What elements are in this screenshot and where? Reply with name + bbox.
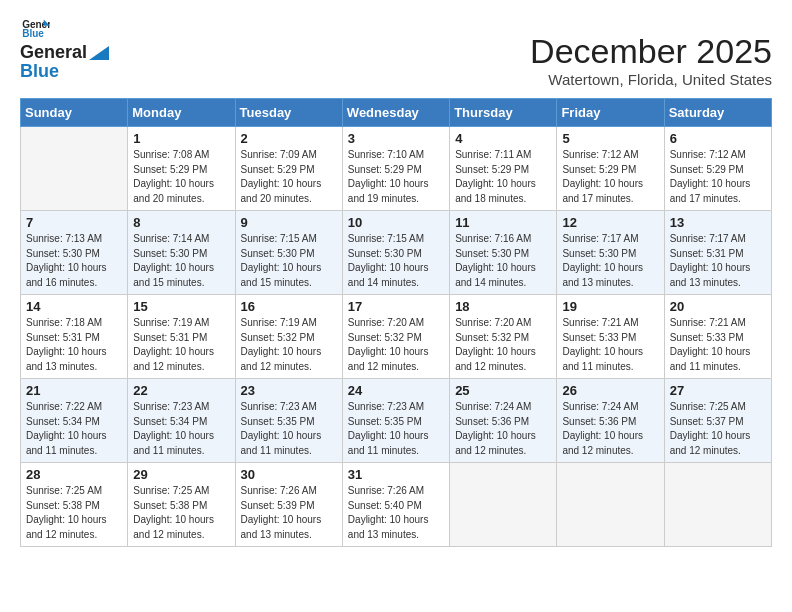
cell-week3-day2: 15Sunrise: 7:19 AM Sunset: 5:31 PM Dayli… — [128, 295, 235, 379]
day-info: Sunrise: 7:21 AM Sunset: 5:33 PM Dayligh… — [670, 316, 766, 374]
calendar-table: SundayMondayTuesdayWednesdayThursdayFrid… — [20, 98, 772, 547]
cell-week2-day2: 8Sunrise: 7:14 AM Sunset: 5:30 PM Daylig… — [128, 211, 235, 295]
day-info: Sunrise: 7:09 AM Sunset: 5:29 PM Dayligh… — [241, 148, 337, 206]
logo-general: General — [20, 42, 87, 63]
day-info: Sunrise: 7:17 AM Sunset: 5:31 PM Dayligh… — [670, 232, 766, 290]
col-header-sunday: Sunday — [21, 99, 128, 127]
day-info: Sunrise: 7:15 AM Sunset: 5:30 PM Dayligh… — [348, 232, 444, 290]
cell-week2-day7: 13Sunrise: 7:17 AM Sunset: 5:31 PM Dayli… — [664, 211, 771, 295]
day-info: Sunrise: 7:10 AM Sunset: 5:29 PM Dayligh… — [348, 148, 444, 206]
day-info: Sunrise: 7:20 AM Sunset: 5:32 PM Dayligh… — [348, 316, 444, 374]
day-info: Sunrise: 7:16 AM Sunset: 5:30 PM Dayligh… — [455, 232, 551, 290]
day-info: Sunrise: 7:18 AM Sunset: 5:31 PM Dayligh… — [26, 316, 122, 374]
day-number: 16 — [241, 299, 337, 314]
col-header-monday: Monday — [128, 99, 235, 127]
cell-week5-day4: 31Sunrise: 7:26 AM Sunset: 5:40 PM Dayli… — [342, 463, 449, 547]
week-row-3: 14Sunrise: 7:18 AM Sunset: 5:31 PM Dayli… — [21, 295, 772, 379]
day-number: 3 — [348, 131, 444, 146]
day-info: Sunrise: 7:24 AM Sunset: 5:36 PM Dayligh… — [455, 400, 551, 458]
day-info: Sunrise: 7:25 AM Sunset: 5:38 PM Dayligh… — [26, 484, 122, 542]
day-info: Sunrise: 7:12 AM Sunset: 5:29 PM Dayligh… — [562, 148, 658, 206]
day-number: 28 — [26, 467, 122, 482]
day-number: 17 — [348, 299, 444, 314]
cell-week4-day6: 26Sunrise: 7:24 AM Sunset: 5:36 PM Dayli… — [557, 379, 664, 463]
day-number: 1 — [133, 131, 229, 146]
header-right: December 2025 Watertown, Florida, United… — [109, 32, 772, 88]
col-header-wednesday: Wednesday — [342, 99, 449, 127]
month-title: December 2025 — [109, 32, 772, 71]
logo-area: General Blue General Blue — [20, 18, 109, 82]
cell-week3-day3: 16Sunrise: 7:19 AM Sunset: 5:32 PM Dayli… — [235, 295, 342, 379]
top-row: General Blue General Blue December 2025 … — [20, 18, 772, 88]
day-number: 8 — [133, 215, 229, 230]
cell-week2-day6: 12Sunrise: 7:17 AM Sunset: 5:30 PM Dayli… — [557, 211, 664, 295]
day-number: 13 — [670, 215, 766, 230]
cell-week3-day5: 18Sunrise: 7:20 AM Sunset: 5:32 PM Dayli… — [450, 295, 557, 379]
cell-week4-day2: 22Sunrise: 7:23 AM Sunset: 5:34 PM Dayli… — [128, 379, 235, 463]
day-info: Sunrise: 7:26 AM Sunset: 5:40 PM Dayligh… — [348, 484, 444, 542]
day-number: 31 — [348, 467, 444, 482]
cell-week3-day6: 19Sunrise: 7:21 AM Sunset: 5:33 PM Dayli… — [557, 295, 664, 379]
day-number: 22 — [133, 383, 229, 398]
cell-week4-day1: 21Sunrise: 7:22 AM Sunset: 5:34 PM Dayli… — [21, 379, 128, 463]
day-number: 23 — [241, 383, 337, 398]
svg-text:Blue: Blue — [22, 28, 44, 38]
cell-week1-day6: 5Sunrise: 7:12 AM Sunset: 5:29 PM Daylig… — [557, 127, 664, 211]
cell-week5-day6 — [557, 463, 664, 547]
day-number: 26 — [562, 383, 658, 398]
logo: General Blue General Blue — [20, 18, 109, 82]
week-row-5: 28Sunrise: 7:25 AM Sunset: 5:38 PM Dayli… — [21, 463, 772, 547]
day-number: 19 — [562, 299, 658, 314]
day-info: Sunrise: 7:23 AM Sunset: 5:34 PM Dayligh… — [133, 400, 229, 458]
logo-triangle-icon — [89, 46, 109, 60]
week-row-1: 1Sunrise: 7:08 AM Sunset: 5:29 PM Daylig… — [21, 127, 772, 211]
week-row-2: 7Sunrise: 7:13 AM Sunset: 5:30 PM Daylig… — [21, 211, 772, 295]
day-number: 10 — [348, 215, 444, 230]
cell-week1-day7: 6Sunrise: 7:12 AM Sunset: 5:29 PM Daylig… — [664, 127, 771, 211]
cell-week2-day3: 9Sunrise: 7:15 AM Sunset: 5:30 PM Daylig… — [235, 211, 342, 295]
day-number: 15 — [133, 299, 229, 314]
day-number: 11 — [455, 215, 551, 230]
day-info: Sunrise: 7:25 AM Sunset: 5:37 PM Dayligh… — [670, 400, 766, 458]
cell-week5-day7 — [664, 463, 771, 547]
cell-week2-day1: 7Sunrise: 7:13 AM Sunset: 5:30 PM Daylig… — [21, 211, 128, 295]
logo-icon: General Blue — [22, 18, 50, 38]
col-header-thursday: Thursday — [450, 99, 557, 127]
cell-week4-day7: 27Sunrise: 7:25 AM Sunset: 5:37 PM Dayli… — [664, 379, 771, 463]
cell-week1-day3: 2Sunrise: 7:09 AM Sunset: 5:29 PM Daylig… — [235, 127, 342, 211]
day-number: 6 — [670, 131, 766, 146]
col-header-friday: Friday — [557, 99, 664, 127]
day-number: 2 — [241, 131, 337, 146]
cell-week5-day5 — [450, 463, 557, 547]
day-info: Sunrise: 7:12 AM Sunset: 5:29 PM Dayligh… — [670, 148, 766, 206]
day-info: Sunrise: 7:14 AM Sunset: 5:30 PM Dayligh… — [133, 232, 229, 290]
day-info: Sunrise: 7:23 AM Sunset: 5:35 PM Dayligh… — [348, 400, 444, 458]
cell-week2-day4: 10Sunrise: 7:15 AM Sunset: 5:30 PM Dayli… — [342, 211, 449, 295]
cell-week5-day1: 28Sunrise: 7:25 AM Sunset: 5:38 PM Dayli… — [21, 463, 128, 547]
cell-week5-day2: 29Sunrise: 7:25 AM Sunset: 5:38 PM Dayli… — [128, 463, 235, 547]
day-number: 24 — [348, 383, 444, 398]
cell-week1-day1 — [21, 127, 128, 211]
svg-marker-3 — [89, 46, 109, 60]
day-info: Sunrise: 7:08 AM Sunset: 5:29 PM Dayligh… — [133, 148, 229, 206]
day-info: Sunrise: 7:19 AM Sunset: 5:31 PM Dayligh… — [133, 316, 229, 374]
day-number: 29 — [133, 467, 229, 482]
day-info: Sunrise: 7:17 AM Sunset: 5:30 PM Dayligh… — [562, 232, 658, 290]
cell-week5-day3: 30Sunrise: 7:26 AM Sunset: 5:39 PM Dayli… — [235, 463, 342, 547]
day-number: 21 — [26, 383, 122, 398]
day-number: 27 — [670, 383, 766, 398]
cell-week1-day4: 3Sunrise: 7:10 AM Sunset: 5:29 PM Daylig… — [342, 127, 449, 211]
day-info: Sunrise: 7:15 AM Sunset: 5:30 PM Dayligh… — [241, 232, 337, 290]
day-info: Sunrise: 7:24 AM Sunset: 5:36 PM Dayligh… — [562, 400, 658, 458]
day-number: 14 — [26, 299, 122, 314]
day-info: Sunrise: 7:19 AM Sunset: 5:32 PM Dayligh… — [241, 316, 337, 374]
cell-week4-day4: 24Sunrise: 7:23 AM Sunset: 5:35 PM Dayli… — [342, 379, 449, 463]
day-info: Sunrise: 7:26 AM Sunset: 5:39 PM Dayligh… — [241, 484, 337, 542]
day-info: Sunrise: 7:11 AM Sunset: 5:29 PM Dayligh… — [455, 148, 551, 206]
col-header-tuesday: Tuesday — [235, 99, 342, 127]
location: Watertown, Florida, United States — [109, 71, 772, 88]
day-number: 12 — [562, 215, 658, 230]
col-header-saturday: Saturday — [664, 99, 771, 127]
day-number: 9 — [241, 215, 337, 230]
cell-week3-day7: 20Sunrise: 7:21 AM Sunset: 5:33 PM Dayli… — [664, 295, 771, 379]
